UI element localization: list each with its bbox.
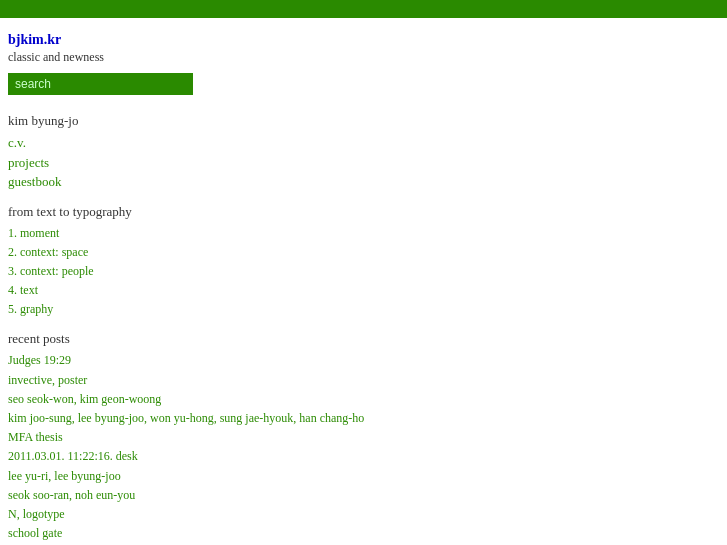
post-link-0[interactable]: Judges 19:29 — [8, 351, 719, 370]
recent-posts-header: recent posts — [8, 331, 719, 347]
search-input[interactable] — [8, 73, 193, 95]
post-link-8[interactable]: N, logotype — [8, 505, 719, 524]
typography-item-4[interactable]: 4. text — [8, 281, 719, 300]
site-title: bjkim.kr — [8, 32, 719, 48]
post-link-5[interactable]: 2011.03.01. 11:22:16. desk — [8, 447, 719, 466]
typography-item-2[interactable]: 2. context: space — [8, 243, 719, 262]
top-bar — [0, 0, 727, 18]
recent-posts-section: recent posts Judges 19:29 invective, pos… — [8, 331, 719, 543]
post-link-4[interactable]: MFA thesis — [8, 428, 719, 447]
post-link-2[interactable]: seo seok-won, kim geon-woong — [8, 390, 719, 409]
post-link-7[interactable]: seok soo-ran, noh eun-you — [8, 486, 719, 505]
post-link-1[interactable]: invective, poster — [8, 371, 719, 390]
typography-item-3[interactable]: 3. context: people — [8, 262, 719, 281]
nav-link-projects[interactable]: projects — [8, 153, 719, 173]
post-link-6[interactable]: lee yu-ri, lee byung-joo — [8, 467, 719, 486]
typography-item-5[interactable]: 5. graphy — [8, 300, 719, 319]
site-subtitle: classic and newness — [8, 50, 719, 65]
typography-item-1[interactable]: 1. moment — [8, 224, 719, 243]
nav-link-guestbook[interactable]: guestbook — [8, 172, 719, 192]
typography-section: from text to typography 1. moment 2. con… — [8, 204, 719, 320]
nav-section: c.v. projects guestbook — [8, 133, 719, 192]
post-link-9[interactable]: school gate — [8, 524, 719, 543]
typography-header: from text to typography — [8, 204, 719, 220]
post-link-3[interactable]: kim joo-sung, lee byung-joo, won yu-hong… — [8, 409, 719, 428]
author-name: kim byung-jo — [8, 113, 719, 129]
nav-link-cv[interactable]: c.v. — [8, 133, 719, 153]
